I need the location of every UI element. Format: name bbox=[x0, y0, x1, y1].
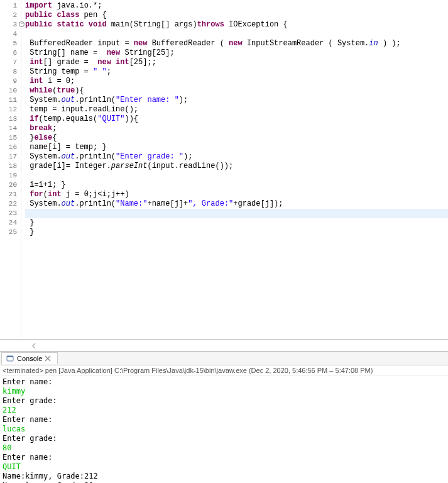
line-number: 5 bbox=[0, 39, 21, 48]
code-line[interactable]: BufferedReader input = new BufferedReade… bbox=[25, 39, 448, 48]
code-line[interactable]: while(true){ bbox=[25, 86, 448, 96]
line-number: 10 bbox=[0, 86, 21, 96]
line-number: 22 bbox=[0, 199, 21, 209]
console-line: Enter grade: bbox=[3, 396, 445, 406]
console-line: Name:kimmy, Grade:212 bbox=[3, 472, 445, 481]
code-area[interactable]: import java.io.*;public class pen {publi… bbox=[21, 0, 448, 339]
line-number: 2 bbox=[0, 11, 21, 20]
code-line[interactable]: i=i+1; } bbox=[25, 180, 448, 190]
code-line[interactable] bbox=[25, 30, 448, 39]
console-line: Enter name: bbox=[3, 415, 445, 425]
code-line[interactable]: temp = input.readLine(); bbox=[25, 105, 448, 114]
line-number: 18 bbox=[0, 162, 21, 171]
line-number: 20 bbox=[0, 180, 21, 190]
fold-marker-icon[interactable]: − bbox=[19, 21, 25, 27]
console-output[interactable]: Enter name: kimmyEnter grade: 212Enter n… bbox=[0, 376, 448, 483]
code-line[interactable]: String temp = " "; bbox=[25, 67, 448, 77]
code-line[interactable]: int[] grade = new int[25];; bbox=[25, 58, 448, 67]
line-number: 13 bbox=[0, 114, 21, 124]
console-tab[interactable]: Console bbox=[1, 352, 58, 364]
code-line[interactable]: public static void main(String[] args)th… bbox=[25, 20, 448, 30]
code-line[interactable]: break; bbox=[25, 124, 448, 133]
line-number: 4 bbox=[0, 30, 21, 39]
code-line[interactable]: }else{ bbox=[25, 133, 448, 143]
code-line[interactable]: public class pen { bbox=[25, 11, 448, 20]
line-number: 23 bbox=[0, 209, 21, 218]
console-tab-label: Console bbox=[17, 355, 42, 362]
line-number: 15 bbox=[0, 133, 21, 143]
line-number: 9 bbox=[0, 77, 21, 86]
console-line: kimmy bbox=[3, 387, 445, 396]
code-line[interactable]: int i = 0; bbox=[25, 77, 448, 86]
console-line: 80 bbox=[3, 443, 445, 453]
code-line[interactable]: String[] name = new String[25]; bbox=[25, 48, 448, 58]
line-number: 1 bbox=[0, 1, 21, 11]
line-number: 24 bbox=[0, 218, 21, 228]
line-number: 8 bbox=[0, 67, 21, 77]
line-number: 21 bbox=[0, 190, 21, 199]
line-number: 19 bbox=[0, 171, 21, 180]
line-number: 14 bbox=[0, 124, 21, 133]
line-number: 7 bbox=[0, 58, 21, 67]
code-line[interactable] bbox=[25, 171, 448, 180]
code-line[interactable] bbox=[25, 209, 448, 218]
line-number: 3− bbox=[0, 20, 21, 30]
line-number: 17 bbox=[0, 152, 21, 162]
code-line[interactable]: grade[i]= Integer.parseInt(input.readLin… bbox=[25, 162, 448, 171]
code-line[interactable]: System.out.println("Enter grade: "); bbox=[25, 152, 448, 162]
code-line[interactable]: } bbox=[25, 228, 448, 237]
console-line: 212 bbox=[3, 406, 445, 415]
console-line: Enter name: bbox=[3, 377, 445, 387]
console-line: QUIT bbox=[3, 462, 445, 472]
code-line[interactable]: } bbox=[25, 218, 448, 228]
code-line[interactable]: for(int j = 0;j<i;j++) bbox=[25, 190, 448, 199]
code-line[interactable]: name[i] = temp; } bbox=[25, 143, 448, 152]
console-line: lucas bbox=[3, 425, 445, 434]
console-panel: Console <terminated> pen [Java Applicati… bbox=[0, 351, 448, 483]
line-number: 25 bbox=[0, 228, 21, 237]
code-line[interactable]: import java.io.*; bbox=[25, 1, 448, 11]
line-number-gutter: 123−456789101112131415161718192021222324… bbox=[0, 0, 21, 339]
console-status: <terminated> pen [Java Application] C:\P… bbox=[0, 365, 448, 376]
line-number: 16 bbox=[0, 143, 21, 152]
code-line[interactable]: if(temp.equals("QUIT")){ bbox=[25, 114, 448, 124]
svg-rect-1 bbox=[7, 356, 13, 357]
code-line[interactable]: System.out.println("Enter name: "); bbox=[25, 96, 448, 105]
console-tab-bar: Console bbox=[0, 352, 448, 365]
close-icon[interactable] bbox=[45, 354, 53, 363]
horizontal-scroll-hint bbox=[0, 340, 448, 351]
code-line[interactable]: System.out.println("Name:"+name[j]+", Gr… bbox=[25, 199, 448, 209]
line-number: 6 bbox=[0, 48, 21, 58]
chevron-left-icon bbox=[31, 343, 38, 349]
line-number: 12 bbox=[0, 105, 21, 114]
line-number: 11 bbox=[0, 96, 21, 105]
console-icon bbox=[6, 354, 14, 363]
console-line: Enter name: bbox=[3, 453, 445, 462]
code-editor[interactable]: 123−456789101112131415161718192021222324… bbox=[0, 0, 448, 340]
console-line: Enter grade: bbox=[3, 434, 445, 443]
